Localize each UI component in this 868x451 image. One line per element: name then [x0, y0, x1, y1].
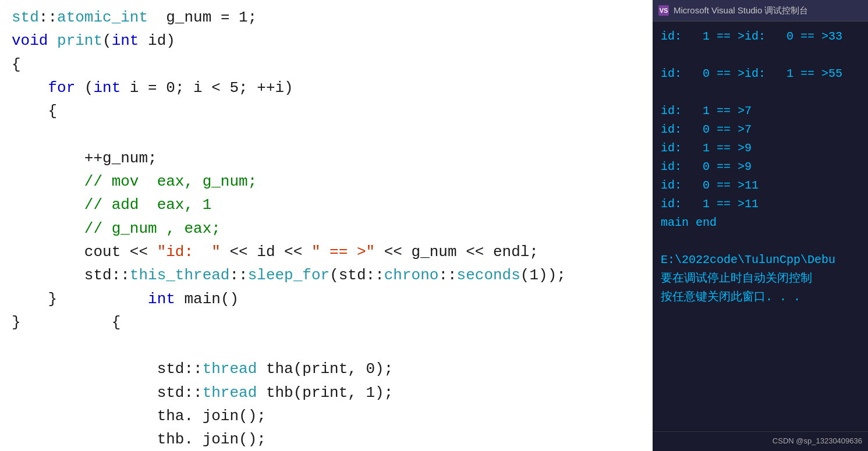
console-line — [661, 232, 860, 251]
console-line: id: 1 == >11 — [661, 195, 860, 214]
code-line-line10: // g_num , eax; — [12, 217, 653, 240]
code-line-line15 — [12, 334, 653, 357]
console-line: id: 1 == >id: 0 == >33 — [661, 27, 860, 46]
console-line — [661, 83, 860, 102]
code-line-line14: } { — [12, 311, 653, 334]
console-line: id: 0 == >11 — [661, 176, 860, 195]
code-line-line2: void print(int id) — [12, 29, 653, 52]
console-line: id: 0 == >9 — [661, 158, 860, 176]
console-titlebar: VS Microsoft Visual Studio 调试控制台 — [653, 0, 868, 22]
console-line: id: 0 == >id: 1 == >55 — [661, 65, 860, 83]
console-footer: CSDN @sp_13230409636 — [653, 431, 868, 451]
console-line: main end — [661, 214, 860, 232]
code-line-line4: for (int i = 0; i < 5; ++i) — [12, 76, 653, 100]
code-line-line5: { — [12, 100, 653, 123]
code-line-line17: std::thread thb(print, 1); — [12, 381, 653, 404]
console-panel: VS Microsoft Visual Studio 调试控制台 id: 1 =… — [653, 0, 868, 451]
console-line: 要在调试停止时自动关闭控制 — [661, 269, 860, 288]
console-title: Microsoft Visual Studio 调试控制台 — [674, 3, 808, 17]
code-line-line12: std::this_thread::sleep_for(std::chrono:… — [12, 264, 653, 287]
code-line-line16: std::thread tha(print, 0); — [12, 357, 653, 381]
console-line: id: 1 == >9 — [661, 139, 860, 158]
code-line-line11: cout << "id: " << id << " == >" << g_num… — [12, 240, 653, 264]
console-line: 按任意键关闭此窗口. . . — [661, 288, 860, 307]
code-line-line8: // mov eax, g_num; — [12, 170, 653, 193]
code-line-line19: thb. join(); — [12, 428, 653, 451]
code-line-line13: } int main() — [12, 287, 653, 311]
code-line-line3: { — [12, 53, 653, 76]
console-line: id: 0 == >7 — [661, 120, 860, 139]
code-line-line7: ++g_num; — [12, 147, 653, 170]
code-line-line6 — [12, 123, 653, 146]
console-line — [661, 46, 860, 65]
code-line-line9: // add eax, 1 — [12, 193, 653, 216]
console-body: id: 1 == >id: 0 == >33 id: 0 == >id: 1 =… — [653, 22, 868, 431]
console-line: id: 1 == >7 — [661, 102, 860, 120]
code-line-line1: std::atomic_int g_num = 1; — [12, 6, 653, 29]
console-line: E:\2022code\TulunCpp\Debu — [661, 251, 860, 269]
vs-icon: VS — [658, 5, 669, 16]
code-panel: std::atomic_int g_num = 1;void print(int… — [0, 0, 653, 451]
code-line-line18: tha. join(); — [12, 404, 653, 428]
